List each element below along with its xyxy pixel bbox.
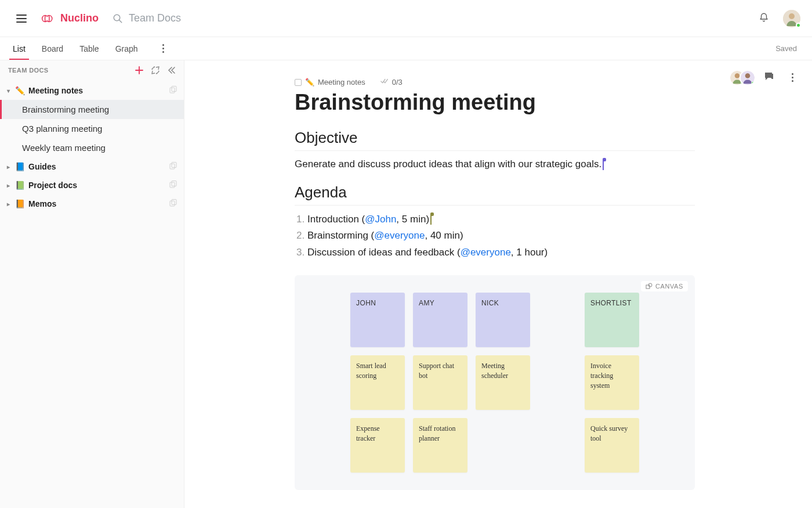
svg-rect-8	[170, 182, 175, 188]
svg-rect-7	[172, 163, 176, 168]
svg-rect-4	[170, 88, 175, 93]
expand-button[interactable]	[151, 66, 160, 74]
collapse-sidebar-button[interactable]	[168, 66, 176, 74]
collaborator-cursor-olive	[430, 214, 432, 225]
canvas-card[interactable]: Staff rotation planner	[413, 418, 467, 473]
tab-list[interactable]: List	[12, 38, 27, 59]
bell-icon	[759, 12, 769, 23]
checkbox-icon	[295, 79, 302, 86]
canvas-embed[interactable]: CANVAS JOHN Smart lead scoring Expense t…	[295, 275, 695, 490]
heading-agenda[interactable]: Agenda	[295, 183, 695, 206]
tab-graph[interactable]: Graph	[114, 38, 139, 59]
svg-rect-10	[170, 201, 175, 206]
svg-point-15	[745, 73, 751, 78]
sidebar: TEAM DOCS ▾ ✏️ Meeting notes Brainstormi…	[0, 60, 184, 508]
chevron-double-left-icon	[168, 66, 176, 74]
agenda-item-2[interactable]: Brainstorming (@everyone, 40 min)	[307, 228, 695, 244]
tab-board[interactable]: Board	[41, 38, 64, 59]
mention-everyone[interactable]: @everyone	[374, 230, 425, 241]
canvas-card[interactable]: Invoice tracking system	[585, 355, 639, 410]
chat-icon	[764, 71, 774, 82]
section-label: Meeting notes	[28, 86, 83, 95]
page-title[interactable]: Brainstorming meeting	[295, 90, 695, 115]
search-placeholder: Team Docs	[129, 12, 181, 24]
sidebar-item-brainstorming[interactable]: Brainstorming meeting	[0, 100, 184, 119]
collaborator-cursor-purple	[603, 160, 604, 170]
app-logo[interactable]: Nuclino	[39, 12, 99, 24]
blue-book-emoji-icon: 📘	[15, 162, 25, 171]
task-progress[interactable]: 0/3	[380, 78, 403, 87]
sidebar-section-memos[interactable]: ▸ 📙 Memos	[0, 194, 184, 213]
canvas-card[interactable]: Meeting scheduler	[476, 355, 530, 410]
agenda-item-1[interactable]: Introduction (@John, 5 min)	[307, 211, 695, 228]
comments-button[interactable]	[764, 71, 774, 84]
app-name: Nuclino	[60, 12, 99, 24]
pencil-emoji-icon: ✏️	[305, 78, 314, 87]
chevron-right-icon: ▸	[7, 201, 13, 207]
notifications-button[interactable]	[759, 12, 769, 26]
svg-rect-9	[172, 181, 176, 186]
canvas-card[interactable]: Quick survey tool	[585, 418, 639, 473]
view-more-menu[interactable]	[158, 39, 169, 57]
search-field[interactable]: Team Docs	[113, 12, 181, 24]
canvas-badge: CANVAS	[641, 281, 688, 291]
svg-point-13	[735, 73, 740, 78]
search-icon	[113, 13, 123, 24]
brain-logo-icon	[39, 13, 56, 24]
pencil-emoji-icon: ✏️	[15, 86, 25, 95]
copy-icon[interactable]	[169, 162, 177, 171]
canvas-card[interactable]: Expense tracker	[350, 418, 405, 473]
green-book-emoji-icon: 📗	[15, 181, 25, 190]
current-user-avatar[interactable]	[783, 10, 800, 27]
sidebar-section-meeting-notes[interactable]: ▾ ✏️ Meeting notes	[0, 81, 184, 100]
mention-everyone[interactable]: @everyone	[461, 247, 511, 258]
document-more-menu[interactable]	[787, 69, 798, 87]
canvas-header-nick[interactable]: NICK	[476, 293, 530, 347]
canvas-card[interactable]: Support chat bot	[413, 355, 467, 410]
collaborator-avatar-2[interactable]	[740, 70, 756, 86]
double-check-icon	[380, 78, 389, 87]
section-label: Guides	[28, 162, 56, 171]
tab-table[interactable]: Table	[78, 38, 100, 59]
canvas-card[interactable]: Smart lead scoring	[350, 355, 405, 410]
presence-indicator	[796, 23, 801, 28]
canvas-header-shortlist[interactable]: SHORTLIST	[585, 293, 639, 347]
hamburger-menu[interactable]	[12, 10, 31, 27]
svg-point-3	[789, 13, 795, 19]
mention-john[interactable]: @John	[365, 214, 396, 225]
svg-rect-11	[172, 200, 176, 205]
shapes-icon	[646, 283, 652, 290]
agenda-list[interactable]: Introduction (@John, 5 min) Brainstormin…	[295, 211, 695, 262]
expand-icon	[151, 66, 160, 74]
svg-rect-6	[170, 164, 175, 169]
sidebar-title: TEAM DOCS	[8, 67, 49, 74]
canvas-header-amy[interactable]: AMY	[413, 293, 467, 347]
agenda-item-3[interactable]: Discussion of ideas and feedback (@every…	[307, 244, 695, 261]
chevron-right-icon: ▸	[7, 164, 13, 170]
sidebar-section-project-docs[interactable]: ▸ 📗 Project docs	[0, 176, 184, 194]
canvas-header-john[interactable]: JOHN	[350, 293, 405, 347]
copy-icon[interactable]	[169, 181, 177, 190]
svg-rect-5	[172, 87, 176, 92]
breadcrumb-parent[interactable]: ✏️ Meeting notes	[295, 78, 365, 87]
section-label: Memos	[28, 199, 56, 208]
save-status: Saved	[775, 44, 800, 53]
copy-icon[interactable]	[169, 199, 177, 208]
sidebar-section-guides[interactable]: ▸ 📘 Guides	[0, 157, 184, 176]
add-item-button[interactable]	[135, 66, 143, 74]
sidebar-item-weekly-team[interactable]: Weekly team meeting	[0, 138, 184, 157]
chevron-right-icon: ▸	[7, 182, 13, 189]
orange-book-emoji-icon: 📙	[15, 199, 25, 208]
section-label: Project docs	[28, 181, 77, 190]
copy-icon[interactable]	[169, 86, 177, 95]
plus-icon	[135, 66, 143, 74]
sidebar-item-q3-planning[interactable]: Q3 planning meeting	[0, 119, 184, 138]
chevron-down-icon: ▾	[7, 88, 13, 94]
svg-line-1	[119, 20, 122, 23]
svg-rect-16	[646, 285, 650, 289]
heading-objective[interactable]: Objective	[295, 129, 695, 151]
objective-text[interactable]: Generate and discuss product ideas that …	[295, 157, 695, 172]
